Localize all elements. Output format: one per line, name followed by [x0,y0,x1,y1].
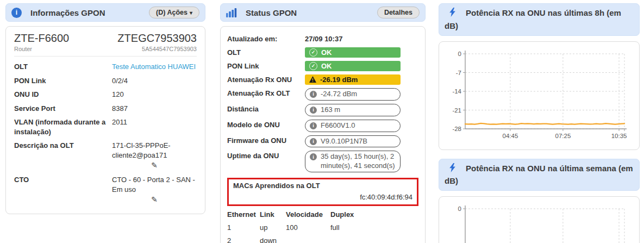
ethernet-cell: full [330,221,415,234]
updated-value: 27/09 10:37 [305,34,342,43]
macs-alert-box: MACs Aprendidos na OLT fc:40:09:4d:f6:94 [227,178,418,206]
info-row-label: CTO [14,175,112,205]
status-row-label: Distância [227,104,305,114]
info-row: PON Link0/2/4 [14,74,197,88]
chart-8h-header: Potência RX na ONU nas últimas 8h (em dB… [439,3,640,36]
info-row-label: Descrição na OLT [14,141,112,171]
bar-chart-icon [226,8,237,17]
status-badge-text: OK [321,48,332,57]
rx-series-line [465,123,624,124]
ethernet-col-header: Link [260,208,286,221]
info-row-value-text: 2011 [112,118,127,126]
status-row: Distânciai163 m [227,102,418,118]
ethernet-cell: down [260,234,286,243]
info-row-value: 120 [112,90,197,99]
chart-week-title: Potência RX na ONU na última semana (em … [445,164,633,186]
ethernet-table: EthernetLinkVelocidadeDuplex 1up100full2… [227,208,415,243]
status-row: Modelo de ONUiF6600V1.0 [227,118,418,134]
ethernet-col-header: Velocidade [286,208,330,221]
status-pill-text: V9.0.10P1N7B [321,137,367,146]
edit-pencil-icon[interactable]: ✎ [112,160,197,171]
info-circle-icon: i [310,122,317,129]
status-row: Atenuação Rx OLTi-24.72 dBm [227,86,418,102]
info-row: VLAN (informada durante a instalação)201… [14,115,197,139]
status-panel-title: Status GPON [246,8,377,17]
ethernet-cell: 1 [227,221,260,234]
info-row: Service Port8387 [14,102,197,116]
macs-label: MACs Aprendidos na OLT [233,182,412,190]
info-card: ZTE-F6600 ZTEGC7953903 Router 5A544547C7… [5,26,205,214]
lightning-icon [449,8,456,20]
info-circle-icon: i [310,153,317,160]
info-row-value-text: 0/2/4 [112,77,128,85]
device-model: ZTE-F6600 [14,32,69,45]
status-value-pill: i35 day(s), 15 hour(s), 2 minute(s), 41 … [305,151,401,172]
info-panel-title: Informações GPON [30,8,149,17]
info-circle-icon: i [310,107,317,114]
status-value-pill: i-24.72 dBm [305,88,401,101]
status-row-label: Modelo de ONU [227,120,305,130]
status-row-label: Firmware da ONU [227,135,305,146]
status-row: OLT✓OK [227,46,418,59]
ethernet-cell [286,234,330,243]
rx-chart-week: 0-13-26-39 [442,201,636,243]
status-row: PON Link✓OK [227,59,418,73]
device-header: ZTE-F6600 ZTEGC7953903 Router 5A544547C7… [14,32,197,57]
detalhes-button[interactable]: Detalhes [377,7,420,18]
svg-text:-28: -28 [452,126,461,132]
chart-week-header: Potência RX na ONU na última semana (em … [439,159,640,191]
info-rows: OLTTeste Automatico HUAWEIPON Link0/2/4O… [14,60,197,207]
check-circle-icon: ✓ [309,62,317,70]
info-circle-icon: i [310,91,317,98]
ethernet-col-header: Ethernet [227,208,260,221]
info-row: CTOCTO - 60 - Porta 2 - SAN - Em uso✎ [14,173,197,207]
status-pill-text: F6600V1.0 [321,121,355,130]
chart-8h-card: 0-7-14-21-2804:4507:2510:35 [439,41,640,150]
status-rows: OLT✓OKPON Link✓OKAtenuação Rx ONU-26.19 … [227,46,418,174]
olt-link[interactable]: Teste Automatico HUAWEI [112,63,196,71]
chart-8h-title: Potência RX na ONU nas últimas 8h (em dB… [445,8,621,30]
status-value-pill: iF6600V1.0 [305,120,401,132]
ethernet-cell: 2 [227,234,260,243]
device-serial: ZTEGC7953903 [117,32,197,45]
ethernet-cell [330,234,415,243]
status-badge-warning: -26.19 dBm [305,74,401,85]
info-row: OLTTeste Automatico HUAWEI [14,60,197,74]
info-row-value: 171-Cl-35-PPPoE-cliente2@poa171✎ [112,141,197,171]
info-row-value: CTO - 60 - Porta 2 - SAN - Em uso✎ [112,175,197,205]
svg-text:04:45: 04:45 [503,133,518,139]
info-row-value: 2011 [112,117,197,136]
device-type: Router [14,46,32,52]
info-row-label: Service Port [14,104,112,114]
updated-label: Atualizado em: [227,34,305,44]
info-row-value-text: CTO - 60 - Porta 2 - SAN - Em uso [112,176,195,194]
svg-text:-21: -21 [452,107,461,113]
info-row-value: 0/2/4 [112,76,197,86]
status-row: Firmware da ONUiV9.0.10P1N7B [227,134,418,149]
info-icon: i [11,8,22,18]
charts-panel: Potência RX na ONU nas últimas 8h (em dB… [439,3,640,243]
status-badge-ok: ✓OK [305,47,401,58]
lightning-icon [449,163,456,176]
info-row-label: OLT [14,62,112,72]
edit-pencil-icon[interactable]: ✎ [112,195,197,205]
svg-text:10:35: 10:35 [611,133,627,139]
info-row-value-text: 8387 [112,104,128,113]
acoes-button[interactable]: (D) Ações▾ [149,7,199,18]
status-pill-text: -24.72 dBm [321,90,357,99]
status-panel: Status GPON Detalhes Atualizado em: 27/0… [220,3,426,243]
status-row-label: PON Link [227,61,305,71]
status-badge-ok: ✓OK [305,61,401,71]
status-value-pill: iV9.0.10P1N7B [305,135,401,148]
info-circle-icon: i [310,138,317,145]
info-row-label: PON Link [14,76,112,86]
status-card: Atualizado em: 27/09 10:37 OLT✓OKPON Lin… [220,26,426,243]
status-value-pill: i163 m [305,104,401,116]
info-row-value-text: 171-Cl-35-PPPoE-cliente2@poa171 [112,141,171,159]
status-row: Atenuação Rx ONU-26.19 dBm [227,73,418,86]
info-panel-header: i Informações GPON (D) Ações▾ [5,3,205,22]
info-panel: i Informações GPON (D) Ações▾ ZTE-F6600 … [5,3,205,214]
ethernet-col-header: Duplex [330,208,415,221]
svg-text:07:25: 07:25 [555,133,571,139]
info-row-value-text: 120 [112,90,124,98]
